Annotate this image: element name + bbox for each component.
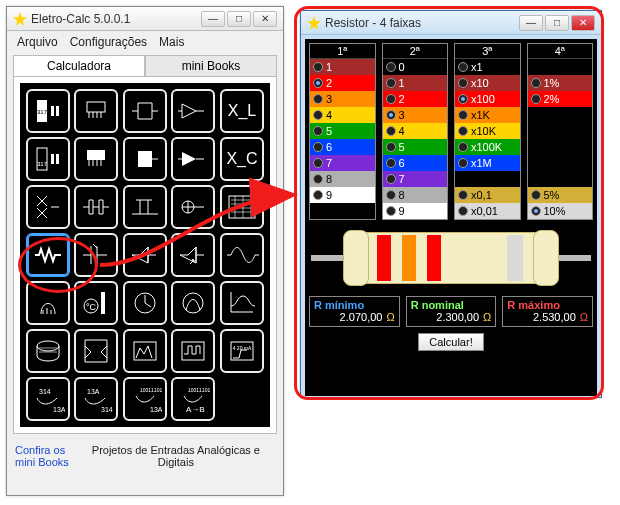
svg-rect-4 [56,106,59,116]
band3-opt-0[interactable]: x1 [455,59,520,75]
calc-tool-15[interactable] [26,233,70,277]
calc-tool-9[interactable]: X_C [220,137,264,181]
band3-opt-7 [455,171,520,187]
band4-opt-9[interactable]: 10% [528,203,593,219]
calc-tool-0[interactable]: 317 [26,89,70,133]
band3-opt-5[interactable]: x100K [455,139,520,155]
close-button[interactable]: ✕ [253,11,277,27]
band2-opt-1[interactable]: 1 [383,75,448,91]
band-column-3: 3ªx1x10x100x1Kx10Kx100Kx1Mx0,1x0,01 [454,43,521,220]
band3-opt-4[interactable]: x10K [455,123,520,139]
band4-opt-1[interactable]: 1% [528,75,593,91]
band-head-2: 2ª [383,44,448,59]
calc-tool-25[interactable] [26,329,70,373]
band1-opt-8[interactable]: 9 [310,187,375,203]
calc-tool-21[interactable]: °C [74,281,118,325]
minimize-button[interactable]: — [201,11,225,27]
calc-tool-31[interactable]: 13A314 [74,377,118,421]
calc-tool-32[interactable]: 10011101013A [123,377,167,421]
stripe-2 [402,235,416,281]
radio-icon [386,190,396,200]
band2-opt-7[interactable]: 7 [383,171,448,187]
calc-tool-3[interactable] [171,89,215,133]
calc-tool-5[interactable]: 317 [26,137,70,181]
calc-tool-18[interactable] [171,233,215,277]
band4-opt-2[interactable]: 2% [528,91,593,107]
calc-tool-7[interactable] [123,137,167,181]
resistor-maximize-button[interactable]: □ [545,15,569,31]
calc-tool-12[interactable] [123,185,167,229]
svg-text:13A: 13A [87,388,100,395]
band2-opt-9[interactable]: 9 [383,203,448,219]
calc-tool-33[interactable]: 100111010A→B [171,377,215,421]
calc-tool-22[interactable] [123,281,167,325]
calc-tool-6[interactable] [74,137,118,181]
calc-tool-10[interactable] [26,185,70,229]
band4-opt-8[interactable]: 5% [528,187,593,203]
calc-tool-24[interactable] [220,281,264,325]
radio-icon [458,206,468,216]
calculate-button[interactable]: Calcular! [418,333,483,351]
resistor-close-button[interactable]: ✕ [571,15,595,31]
calc-tool-23[interactable] [171,281,215,325]
band2-opt-0[interactable]: 0 [383,59,448,75]
band3-opt-8[interactable]: x0,1 [455,187,520,203]
svg-rect-5 [87,102,105,112]
band3-opt-9[interactable]: x0,01 [455,203,520,219]
menu-arquivo[interactable]: Arquivo [17,35,58,49]
calc-tool-29[interactable]: 4 20 mA [220,329,264,373]
radio-icon [458,78,468,88]
calc-tool-30[interactable]: 31413A [26,377,70,421]
band4-opt-7 [528,171,593,187]
calc-tool-8[interactable] [171,137,215,181]
calc-tool-2[interactable] [123,89,167,133]
resistor-title: Resistor - 4 faixas [325,16,519,30]
calc-tool-20[interactable] [26,281,70,325]
svg-text:°C: °C [86,302,97,312]
band-opt-label: 1% [544,77,590,89]
band-opt-label: 0 [399,61,445,73]
menu-configuracoes[interactable]: Configurações [70,35,147,49]
tab-minibooks[interactable]: mini Books [145,55,277,76]
radio-icon [313,110,323,120]
band2-opt-8[interactable]: 8 [383,187,448,203]
tab-calculadora[interactable]: Calculadora [13,55,145,76]
calc-tool-19[interactable] [220,233,264,277]
resistor-bulge-left [343,230,369,286]
calc-tool-27[interactable] [123,329,167,373]
calc-tool-26[interactable] [74,329,118,373]
calc-tool-11[interactable] [74,185,118,229]
band-opt-label: 2 [399,93,445,105]
band2-opt-6[interactable]: 6 [383,155,448,171]
menu-mais[interactable]: Mais [159,35,184,49]
band1-opt-1[interactable]: 2 [310,75,375,91]
band1-opt-6[interactable]: 7 [310,155,375,171]
band1-opt-2[interactable]: 3 [310,91,375,107]
band1-opt-3[interactable]: 4 [310,107,375,123]
band1-opt-4[interactable]: 5 [310,123,375,139]
tab-bar: Calculadora mini Books [13,55,277,76]
band1-opt-7[interactable]: 8 [310,171,375,187]
calc-tool-28[interactable] [171,329,215,373]
band3-opt-3[interactable]: x1K [455,107,520,123]
band3-opt-6[interactable]: x1M [455,155,520,171]
calc-tool-4[interactable]: X_L [220,89,264,133]
calc-tool-13[interactable] [171,185,215,229]
calc-tool-17[interactable] [123,233,167,277]
calc-tool-14[interactable] [220,185,264,229]
calc-tool-16[interactable] [74,233,118,277]
stripe-4 [507,235,523,281]
band2-opt-2[interactable]: 2 [383,91,448,107]
radio-icon [386,126,396,136]
band1-opt-5[interactable]: 6 [310,139,375,155]
maximize-button[interactable]: □ [227,11,251,27]
band3-opt-1[interactable]: x10 [455,75,520,91]
band2-opt-5[interactable]: 5 [383,139,448,155]
band2-opt-3[interactable]: 3 [383,107,448,123]
calc-tool-1[interactable] [74,89,118,133]
resistor-minimize-button[interactable]: — [519,15,543,31]
footer-link[interactable]: Confira os mini Books [15,444,69,468]
band3-opt-2[interactable]: x100 [455,91,520,107]
band2-opt-4[interactable]: 4 [383,123,448,139]
band1-opt-0[interactable]: 1 [310,59,375,75]
